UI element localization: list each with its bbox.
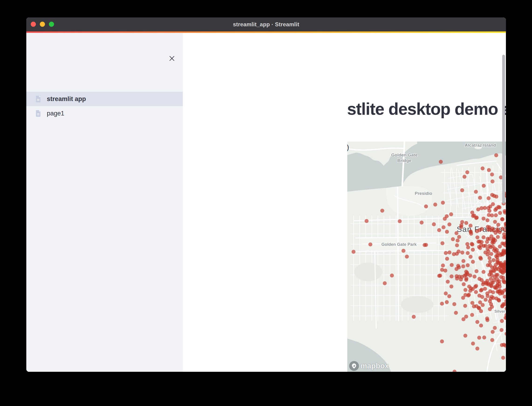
sidebar-nav: streamlit apppage1 [26, 92, 183, 121]
desktop-background: streamlit_app · Streamlit streamlit appp… [0, 0, 532, 406]
sidebar-close-button[interactable] [168, 54, 176, 63]
sidebar: streamlit apppage1 [26, 33, 183, 372]
mapbox-basemap: Alcatraz IslandGolden GateBridgePresidio… [347, 142, 506, 372]
page-title: stlite desktop demo app [347, 99, 506, 119]
svg-text:Alcatraz Island: Alcatraz Island [465, 143, 496, 148]
mapbox-pin-icon [349, 361, 359, 371]
sidebar-item-page1[interactable]: page1 [26, 106, 183, 121]
map-canvas[interactable]: Alcatraz IslandGolden GateBridgePresidio… [347, 142, 506, 372]
zoom-window-button[interactable] [49, 22, 54, 27]
traffic-lights [31, 22, 54, 27]
document-icon [35, 110, 41, 117]
main-content: stlite desktop demo app [183, 33, 506, 372]
svg-text:Presidio: Presidio [415, 191, 432, 196]
stray-text: ) [347, 143, 349, 152]
sidebar-item-streamlit-app[interactable]: streamlit app [26, 92, 183, 106]
mapbox-wordmark: mapbox [361, 362, 389, 370]
close-window-button[interactable] [31, 22, 36, 27]
sidebar-item-label: page1 [47, 110, 64, 117]
mapbox-logo[interactable]: mapbox [349, 361, 389, 371]
app-window: streamlit_app · Streamlit streamlit appp… [26, 17, 506, 372]
window-titlebar[interactable]: streamlit_app · Streamlit [26, 17, 506, 31]
sidebar-item-label: streamlit app [47, 95, 86, 103]
document-icon [35, 95, 41, 102]
window-title: streamlit_app · Streamlit [233, 21, 299, 28]
scrollbar-thumb[interactable] [502, 55, 505, 204]
minimize-window-button[interactable] [40, 22, 45, 27]
svg-text:Silver Terrace: Silver Terrace [494, 309, 506, 314]
svg-text:Golden Gate Park: Golden Gate Park [381, 242, 417, 247]
close-icon [169, 55, 175, 62]
